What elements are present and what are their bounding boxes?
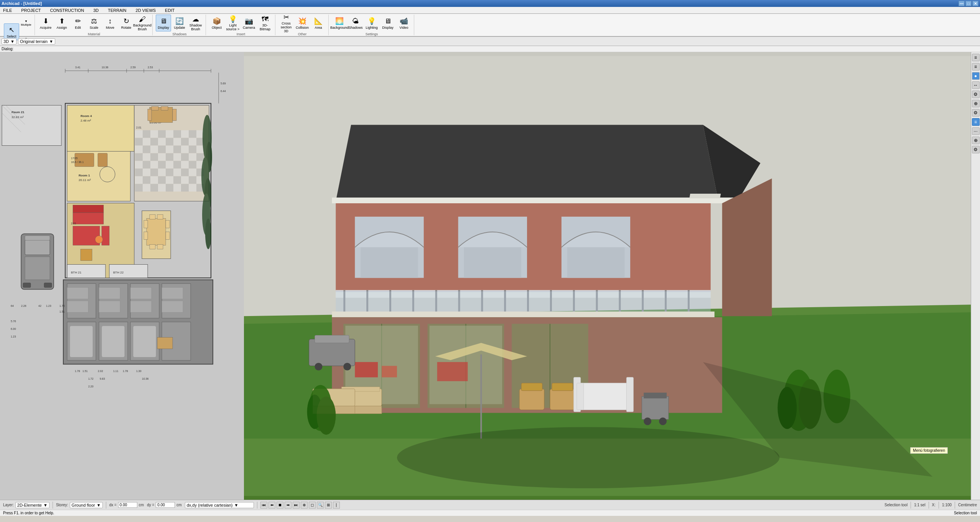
tooltip-menu: Menü fotografieren [910,447,948,454]
close-button[interactable]: ✕ [972,1,978,6]
rotate-button[interactable]: ↻ Rotate [119,15,134,31]
svg-rect-122 [95,236,103,244]
selection-tool-label: Selection tool [884,503,908,507]
display-settings-button[interactable]: 🖥 Display [380,15,395,31]
light-source-button[interactable]: 💡 Light source > [225,15,240,31]
coord-mode-dropdown[interactable]: dx,dy (relative cartesian) ▼ [185,502,254,508]
object-button[interactable]: 📦 Object [209,15,224,31]
view-dropdown[interactable]: 3D ▼ [2,38,16,44]
menu-terrain[interactable]: TERRAIN [106,8,128,13]
3d-bitmap-button[interactable]: 🗺 3D-Bitmap [257,15,273,31]
sidebar-icon-active[interactable]: ≡ [972,118,980,126]
nav-icon-5[interactable]: ⏭ [293,502,300,509]
nav-icon-1[interactable]: ⏮ [260,502,267,509]
shadows-settings-icon: 🌤 [351,16,360,26]
storey-dropdown-arrow: ▼ [97,503,101,507]
menu-3d[interactable]: 3D [92,8,100,13]
nav-icon-3[interactable]: ⏹ [277,502,283,509]
sidebar-icon-nav[interactable]: ⊕ [972,137,980,144]
area-button[interactable]: 📐 Area [311,15,326,31]
sep7 [955,502,955,509]
collision-button[interactable]: 💥 Collision [295,15,310,31]
display-button[interactable]: 🖥 Display [156,15,171,31]
camera-label: Camera [243,26,255,30]
nav-icon-6[interactable]: ⊕ [301,502,308,509]
shadow-brush-button[interactable]: ☁ Shadow Brush [188,15,203,31]
background-brush-button[interactable]: 🖌 Background Brush [135,15,150,31]
coord-mode-value: dx,dy (relative cartesian) [187,503,233,507]
cross-section-button[interactable]: ✂ Cross section 3D [278,15,294,31]
minimize-button[interactable]: — [959,1,965,6]
nav-icon-7[interactable]: ◻ [309,502,316,509]
svg-rect-126 [144,221,148,228]
nav-icon-2[interactable]: ⬅ [268,502,275,509]
collision-label: Collision [296,26,309,30]
sidebar-icon-extra[interactable]: ··· [972,127,980,135]
main-content: 3.41 10.36 2.59 2.53 5.69 6.44 Raum 21 3… [0,52,980,500]
sidebar-icon-layers[interactable]: ≡ [972,54,980,61]
update-icon: 🔄 [175,16,184,26]
sidebar-icon-tools[interactable]: ⚙ [972,146,980,153]
svg-rect-129 [166,232,170,240]
svg-rect-63 [135,153,143,161]
menu-bar: FILE PROJECT CONSTRUCTION 3D TERRAIN 2D … [0,7,980,14]
video-button[interactable]: 📹 Video [396,15,412,31]
svg-text:1.51: 1.51 [82,370,88,372]
right-panel[interactable]: Menü fotografieren [244,52,971,500]
left-panel[interactable]: 3.41 10.36 2.59 2.53 5.69 6.44 Raum 21 3… [0,52,244,500]
shadows-settings-button[interactable]: 🌤 Shadows [348,15,363,31]
scale-button[interactable]: ⚖ Scale [86,15,102,31]
menu-construction[interactable]: CONSTRUCTION [49,8,86,13]
sidebar-icon-transform[interactable]: ↔ [972,81,980,89]
svg-rect-99 [135,184,143,192]
svg-rect-75 [158,161,166,169]
sep4 [911,502,911,509]
nav-icon-8[interactable]: 🔍 [317,502,324,509]
maximize-button[interactable]: □ [965,1,972,6]
nav-icon-4[interactable]: ➡ [285,502,292,509]
svg-rect-76 [166,161,173,169]
layer-dropdown[interactable]: 2D-Elemente ▼ [15,502,49,508]
select-button[interactable]: ↖ Select [4,23,19,40]
acquire-button[interactable]: ⬇ Acquire [38,15,53,31]
menu-file[interactable]: FILE [2,8,13,13]
sidebar-icon-config[interactable]: ⚙ [972,109,980,117]
background-button[interactable]: 🌅 Background [332,15,347,31]
svg-rect-94 [166,176,173,184]
svg-rect-59 [173,146,181,153]
nav-icon-10[interactable]: | [333,502,340,509]
svg-point-266 [397,427,779,488]
move-button[interactable]: ↕ Move [102,15,118,31]
svg-rect-128 [144,232,148,240]
terrain-dropdown[interactable]: Original terrain ▼ [18,38,55,44]
assign-button[interactable]: ⬆ Assign [54,15,69,31]
menu-project[interactable]: PROJECT [20,8,42,13]
camera-button[interactable]: 📷 Camera [241,15,257,31]
svg-rect-131 [157,215,163,219]
sidebar-icon-add[interactable]: ⊕ [972,100,980,107]
shadow-brush-label: Shadow Brush [189,23,203,31]
dy-input[interactable] [156,502,175,508]
sidebar-icon-properties[interactable]: ≡ [972,63,980,71]
background-label: Background [330,26,349,30]
dx-input[interactable] [118,502,137,508]
svg-rect-125 [147,219,166,245]
svg-rect-103 [166,184,173,192]
acquire-label: Acquire [40,26,52,30]
svg-text:1.30: 1.30 [136,370,142,372]
storey-dropdown[interactable]: Ground floor ▼ [70,502,103,508]
menu-edit[interactable]: EDIT [163,8,176,13]
svg-rect-162 [102,326,125,357]
update-button[interactable]: 🔄 Update [172,15,187,31]
lighting-button[interactable]: 💡 Lighting [364,15,379,31]
toolbar-row: 3D ▼ Original terrain ▼ [0,37,980,46]
menu-2d-views[interactable]: 2D VIEWS [134,8,158,13]
dy-unit: cm [176,503,181,507]
svg-rect-117 [73,213,104,224]
sep5 [929,502,929,509]
multiple-button[interactable]: ▼ Multiple [20,15,32,31]
sidebar-icon-settings[interactable]: ⚙ [972,91,980,98]
nav-icon-9[interactable]: ⊞ [325,502,332,509]
edit-button[interactable]: ✏ Edit [70,15,86,31]
sidebar-icon-view[interactable]: ● [972,72,980,80]
